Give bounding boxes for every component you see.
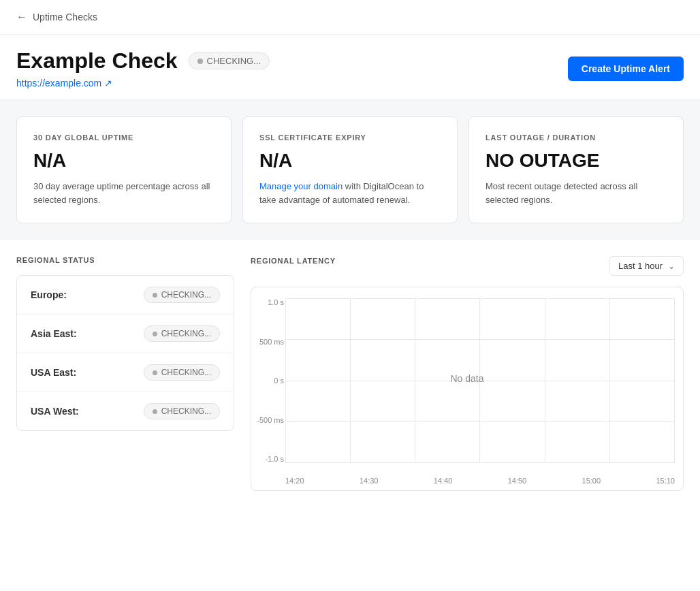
page-title: Example Check — [16, 48, 178, 74]
latency-header: REGIONAL LATENCY Last 1 hour ⌄ — [251, 256, 684, 276]
v-line — [415, 298, 415, 463]
y-label-3: -500 ms — [251, 416, 284, 424]
region-status-label-asia-east: CHECKING... — [161, 329, 211, 338]
ssl-stat-value: N/A — [259, 150, 441, 172]
region-status-badge-asia-east: CHECKING... — [144, 325, 220, 342]
outage-stat-card: LAST OUTAGE / DURATION NO OUTAGE Most re… — [468, 116, 684, 223]
region-dot-icon — [153, 293, 157, 298]
no-data-label: No data — [450, 373, 483, 384]
list-item: Asia East: CHECKING... — [17, 315, 234, 353]
header-section: Example Check CHECKING... https://exampl… — [0, 35, 700, 100]
region-status-badge-usa-east: CHECKING... — [144, 364, 220, 381]
regional-latency-title: REGIONAL LATENCY — [251, 257, 336, 265]
region-name-usa-east: USA East: — [31, 367, 76, 378]
ssl-stat-label: SSL CERTIFICATE EXPIRY — [259, 133, 441, 142]
region-name-usa-west: USA West: — [31, 406, 79, 417]
x-label-0: 14:20 — [285, 477, 304, 485]
region-status-badge-europe: CHECKING... — [144, 287, 220, 303]
create-uptime-alert-button[interactable]: Create Uptime Alert — [568, 57, 684, 81]
v-line — [674, 298, 675, 463]
y-label-2: 0 s — [251, 377, 284, 385]
latency-chart: 1.0 s 500 ms 0 s -500 ms -1.0 s — [251, 287, 684, 491]
status-dot-icon — [197, 59, 203, 64]
region-name-asia-east: Asia East: — [31, 328, 77, 339]
back-arrow-icon[interactable]: ← — [16, 11, 27, 23]
time-range-selector[interactable]: Last 1 hour ⌄ — [609, 256, 684, 276]
x-label-2: 14:40 — [434, 477, 453, 485]
external-link-icon: ↗ — [104, 78, 112, 89]
status-badge: CHECKING... — [189, 52, 270, 69]
v-line — [285, 298, 286, 463]
y-label-0: 1.0 s — [251, 298, 284, 306]
region-dot-icon — [153, 370, 157, 375]
region-status-label-usa-east: CHECKING... — [161, 368, 211, 377]
ssl-stat-card: SSL CERTIFICATE EXPIRY N/A Manage your d… — [242, 116, 458, 223]
uptime-stat-label: 30 DAY GLOBAL UPTIME — [33, 133, 214, 142]
header-title-row: Example Check CHECKING... — [16, 48, 270, 74]
regional-status-title: REGIONAL STATUS — [16, 256, 234, 264]
chart-y-labels: 1.0 s 500 ms 0 s -500 ms -1.0 s — [251, 298, 284, 463]
v-line — [545, 298, 545, 463]
region-name-europe: Europe: — [31, 289, 67, 300]
x-label-5: 15:10 — [656, 477, 675, 485]
chevron-down-icon: ⌄ — [668, 261, 675, 271]
list-item: Europe: CHECKING... — [17, 276, 234, 315]
site-url-text: https://example.com — [16, 78, 101, 89]
region-list: Europe: CHECKING... Asia East: CHECKING.… — [16, 275, 234, 431]
v-line — [609, 298, 610, 463]
region-dot-icon — [153, 332, 157, 336]
bottom-section: REGIONAL STATUS Europe: CHECKING... Asia… — [0, 240, 700, 507]
regional-status-panel: REGIONAL STATUS Europe: CHECKING... Asia… — [16, 256, 234, 491]
region-dot-icon — [153, 409, 157, 414]
site-url-link[interactable]: https://example.com ↗ — [16, 78, 270, 89]
ssl-stat-desc: Manage your domain with DigitalOcean to … — [259, 180, 441, 206]
outage-stat-label: LAST OUTAGE / DURATION — [486, 133, 667, 142]
x-label-3: 14:50 — [508, 477, 527, 485]
list-item: USA West: CHECKING... — [17, 392, 234, 430]
y-label-4: -1.0 s — [251, 455, 284, 463]
manage-domain-link[interactable]: Manage your domain — [259, 181, 343, 191]
stats-section: 30 DAY GLOBAL UPTIME N/A 30 day average … — [0, 100, 700, 240]
uptime-stat-desc: 30 day average uptime percentage across … — [33, 180, 214, 206]
x-label-1: 14:30 — [360, 477, 379, 485]
y-label-1: 500 ms — [251, 338, 284, 346]
list-item: USA East: CHECKING... — [17, 353, 234, 392]
region-status-label-europe: CHECKING... — [161, 290, 211, 300]
chart-x-labels: 14:20 14:30 14:40 14:50 15:00 15:10 — [285, 477, 675, 485]
status-badge-label: CHECKING... — [207, 56, 261, 66]
uptime-stat-value: N/A — [33, 150, 214, 172]
x-label-4: 15:00 — [582, 477, 601, 485]
region-status-label-usa-west: CHECKING... — [161, 406, 211, 416]
regional-latency-panel: REGIONAL LATENCY Last 1 hour ⌄ 1.0 s 500… — [251, 256, 684, 491]
v-line — [350, 298, 351, 463]
uptime-stat-card: 30 DAY GLOBAL UPTIME N/A 30 day average … — [16, 116, 232, 223]
outage-stat-desc: Most recent outage detected across all s… — [486, 180, 667, 206]
region-status-badge-usa-west: CHECKING... — [144, 403, 220, 419]
breadcrumb-label[interactable]: Uptime Checks — [33, 12, 97, 22]
breadcrumb: ← Uptime Checks — [0, 0, 700, 35]
time-range-label: Last 1 hour — [618, 261, 663, 271]
header-left: Example Check CHECKING... https://exampl… — [16, 48, 270, 89]
outage-stat-value: NO OUTAGE — [486, 150, 667, 172]
